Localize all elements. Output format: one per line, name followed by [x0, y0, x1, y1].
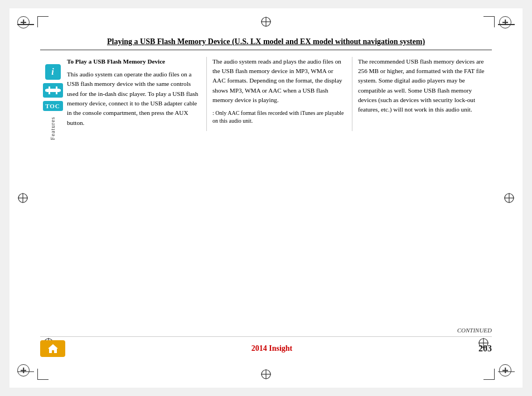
svg-rect-18: [46, 89, 60, 92]
reg-mark-top: [260, 16, 272, 27]
bracket-bl: [37, 369, 49, 380]
page-title: Playing a USB Flash Memory Device (U.S. …: [40, 36, 492, 50]
reg-mark-bottom: [260, 369, 272, 380]
col1-body: This audio system can operate the audio …: [67, 70, 201, 128]
hline-bl: [17, 371, 34, 373]
col2-note-text: Only AAC format files recorded with iTun…: [212, 110, 344, 124]
svg-rect-21: [49, 92, 50, 94]
column-3: The recommended USB flash memory devices…: [352, 57, 492, 132]
bracket-tr: [483, 16, 495, 27]
footer: 2014 Insight 203: [40, 336, 492, 357]
column-2: The audio system reads and plays the aud…: [207, 57, 352, 132]
toc-label: TOC: [45, 103, 60, 109]
corner-mark-br: [499, 364, 515, 380]
info-icon: i: [45, 64, 61, 80]
bracket-br: [483, 369, 495, 380]
column-1: To Play a USB Flash Memory Device This a…: [67, 57, 207, 132]
hline-tr: [498, 24, 515, 25]
svg-rect-23: [45, 89, 47, 91]
page: Playing a USB Flash Memory Device (U.S. …: [9, 8, 523, 388]
reg-mark-left: [17, 192, 28, 204]
corner-mark-bl: [17, 364, 33, 380]
col2-note: : Only AAC format files recorded with iT…: [212, 109, 346, 125]
main-content: Playing a USB Flash Memory Device (U.S. …: [40, 36, 492, 357]
note-bullet: :: [212, 110, 214, 116]
svg-rect-19: [49, 86, 50, 89]
hline-tl: [17, 24, 34, 25]
sidebar: i TOC Features: [40, 64, 65, 140]
footer-book-title: 2014 Insight: [252, 344, 293, 353]
footer-page-number: 203: [478, 344, 492, 354]
home-button[interactable]: [40, 340, 65, 357]
toc-badge[interactable]: TOC: [43, 101, 63, 111]
svg-rect-20: [56, 86, 57, 89]
svg-rect-22: [56, 92, 57, 94]
continued-label: CONTINUED: [457, 327, 492, 334]
bracket-tl: [37, 16, 49, 27]
features-label: Features: [50, 117, 56, 140]
usb-icon: [43, 83, 63, 98]
col1-heading: To Play a USB Flash Memory Device: [67, 57, 201, 66]
reg-mark-right: [504, 192, 515, 204]
svg-rect-24: [59, 89, 61, 91]
col2-body: The audio system reads and plays the aud…: [212, 57, 346, 105]
columns-container: To Play a USB Flash Memory Device This a…: [67, 57, 492, 132]
hline-br: [498, 371, 515, 373]
col3-body: The recommended USB flash memory devices…: [358, 57, 492, 115]
home-icon: [47, 343, 59, 354]
